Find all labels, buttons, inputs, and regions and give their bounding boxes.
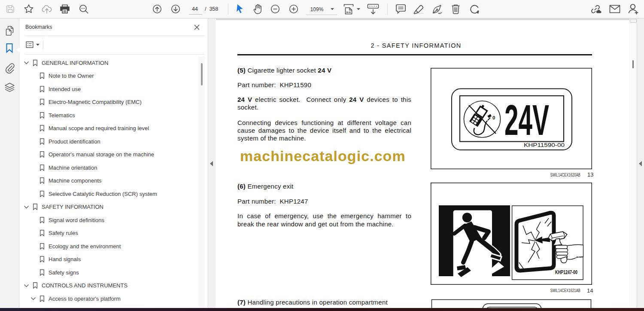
svg-text:0: 0 xyxy=(492,115,495,120)
svg-text:24V: 24V xyxy=(504,96,549,144)
svg-text:KHP1247-00: KHP1247-00 xyxy=(555,269,577,275)
svg-text:KHP11590-00: KHP11590-00 xyxy=(524,142,565,148)
